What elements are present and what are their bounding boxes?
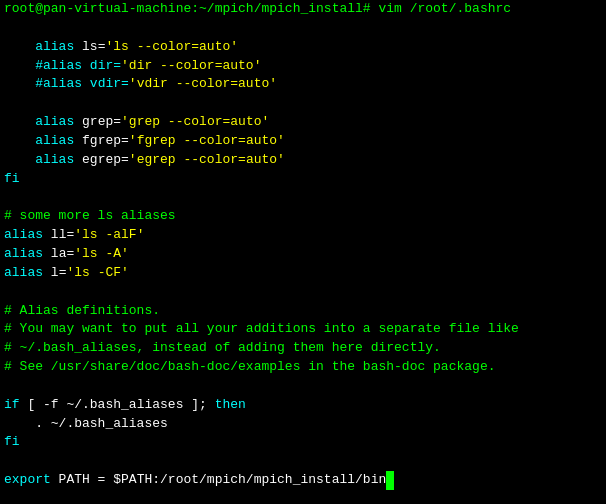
line-if: if [ -f ~/.bash_aliases ]; then: [0, 396, 606, 415]
line-blank-2: [0, 94, 606, 113]
line-alias-l: alias l='ls -CF': [0, 264, 606, 283]
line-alias-grep: alias grep='grep --color=auto': [0, 113, 606, 132]
terminal-window: root@pan-virtual-machine:~/mpich/mpich_i…: [0, 0, 606, 504]
line-alias-vdir: #alias vdir='vdir --color=auto': [0, 75, 606, 94]
line-blank-3: [0, 188, 606, 207]
prompt-text: root@pan-virtual-machine:~/mpich/mpich_i…: [4, 1, 511, 16]
line-blank-1: [0, 19, 606, 38]
line-comment-bash-aliases: # ~/.bash_aliases, instead of adding the…: [0, 339, 606, 358]
line-blank-5: [0, 377, 606, 396]
line-blank-6: [0, 452, 606, 471]
line-alias-ll: alias ll='ls -alF': [0, 226, 606, 245]
line-source: . ~/.bash_aliases: [0, 415, 606, 434]
line-alias-ls: alias ls='ls --color=auto': [0, 38, 606, 57]
terminal-cursor: [386, 471, 394, 490]
line-alias-dir: #alias dir='dir --color=auto': [0, 57, 606, 76]
line-comment-some: # some more ls aliases: [0, 207, 606, 226]
line-alias-fgrep: alias fgrep='fgrep --color=auto': [0, 132, 606, 151]
line-alias-la: alias la='ls -A': [0, 245, 606, 264]
line-comment-you: # You may want to put all your additions…: [0, 320, 606, 339]
line-comment-alias: # Alias definitions.: [0, 302, 606, 321]
line-export: export PATH = $PATH:/root/mpich/mpich_in…: [0, 471, 606, 490]
line-alias-egrep: alias egrep='egrep --color=auto': [0, 151, 606, 170]
line-comment-see: # See /usr/share/doc/bash-doc/examples i…: [0, 358, 606, 377]
line-fi-2: fi: [0, 433, 606, 452]
line-fi-1: fi: [0, 170, 606, 189]
line-blank-4: [0, 283, 606, 302]
terminal-line-prompt: root@pan-virtual-machine:~/mpich/mpich_i…: [0, 0, 606, 19]
